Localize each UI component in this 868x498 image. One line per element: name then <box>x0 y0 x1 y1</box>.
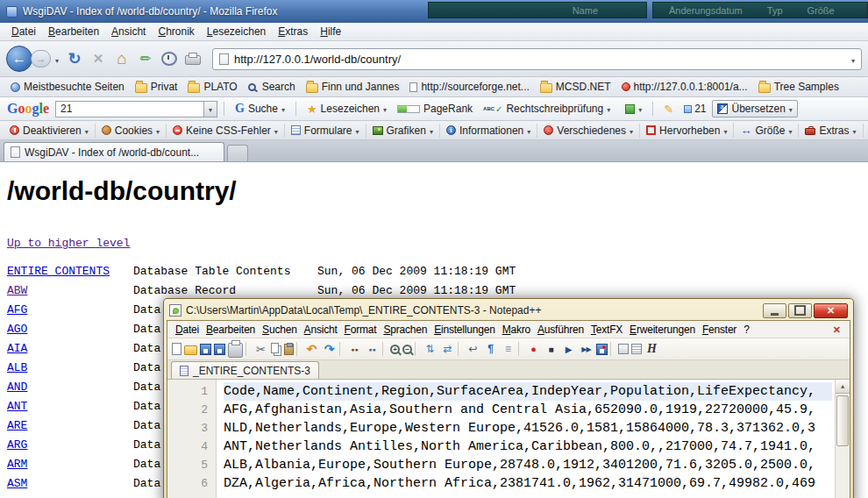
chevron-down-icon[interactable] <box>274 125 278 137</box>
search-value[interactable]: 21 <box>60 103 203 115</box>
close-document-x[interactable] <box>829 324 845 336</box>
google-search-input[interactable]: 21 <box>55 101 217 117</box>
menu-item[interactable]: Datei <box>172 324 203 336</box>
menu-item[interactable]: Ansicht <box>105 24 152 39</box>
stop-icon[interactable] <box>90 49 106 68</box>
replace-icon[interactable] <box>365 342 380 357</box>
wrap-icon[interactable] <box>466 342 480 357</box>
google-bookmarks-button[interactable]: Lesezeichen <box>302 101 391 117</box>
chevron-down-icon[interactable] <box>527 125 530 137</box>
home-icon[interactable] <box>114 49 130 68</box>
forward-button[interactable] <box>31 50 51 68</box>
new-tab-button[interactable] <box>227 145 248 161</box>
notepad-titlebar[interactable]: C:\Users\Martin\AppData\Local\Temp\_ENTI… <box>167 301 850 320</box>
menu-item[interactable]: Makro <box>499 324 534 336</box>
new-file-icon[interactable] <box>172 343 181 355</box>
menu-item[interactable]: Ausführen <box>534 324 587 336</box>
pagerank-indicator[interactable]: PageRank <box>397 103 473 115</box>
entry-link[interactable]: ABW <box>7 284 27 297</box>
entry-link[interactable]: ARM <box>7 458 27 471</box>
menu-item[interactable]: Sprachen <box>380 324 430 336</box>
back-button[interactable] <box>6 46 32 72</box>
bookmark-item[interactable]: Finn und Jannes <box>301 80 405 94</box>
chevron-down-icon[interactable] <box>723 125 727 137</box>
chevron-down-icon[interactable] <box>85 125 89 137</box>
undo-icon[interactable] <box>304 342 319 357</box>
entry-link[interactable]: ANT <box>7 400 27 413</box>
menu-item[interactable]: Suchen <box>259 324 301 336</box>
save-macro-icon[interactable] <box>596 344 608 355</box>
webdev-item[interactable]: Keine CSS-Fehler <box>166 124 284 138</box>
menu-item[interactable]: Format <box>341 324 381 336</box>
chevron-down-icon[interactable] <box>430 125 433 137</box>
scroll-up-button[interactable] <box>836 380 850 394</box>
webdev-item[interactable]: Cookies <box>95 124 166 138</box>
menu-item[interactable]: ? <box>740 324 752 336</box>
menu-item[interactable]: Datei <box>5 24 42 39</box>
chevron-down-icon[interactable] <box>789 103 793 115</box>
copy-icon[interactable] <box>271 343 279 353</box>
entry-link[interactable]: AFG <box>7 303 27 317</box>
chevron-down-icon[interactable] <box>281 103 285 115</box>
menu-item[interactable]: Chronik <box>152 24 200 39</box>
url-text[interactable]: http://127.0.0.1/world-db/country/ <box>234 53 846 66</box>
entry-link[interactable]: ARE <box>7 419 27 432</box>
highlighter-button[interactable] <box>659 101 678 117</box>
autofill-button[interactable] <box>621 101 646 117</box>
bookmark-item[interactable]: Privat <box>130 80 183 94</box>
menu-item[interactable]: Extras <box>272 24 314 39</box>
webdev-item[interactable]: Grafiken <box>366 124 439 138</box>
webdev-item[interactable]: Verschiedenes <box>537 124 639 138</box>
bookmark-item[interactable]: MCSD.NET <box>535 80 616 94</box>
webdev-item[interactable]: Informationen <box>439 124 537 138</box>
webdev-item[interactable]: Formulare <box>284 124 366 138</box>
menu-item[interactable]: Ansicht <box>301 324 341 336</box>
print-icon[interactable] <box>228 343 243 358</box>
sync-vertical-icon[interactable] <box>423 342 438 357</box>
webdev-item[interactable]: Deaktivieren <box>4 124 95 138</box>
doc-map-icon[interactable] <box>631 344 642 354</box>
zoom-out-icon[interactable] <box>402 345 412 354</box>
code-line[interactable]: DZA,Algeria,Africa,Northern Africa,23817… <box>224 474 832 493</box>
close-button[interactable] <box>814 303 848 318</box>
url-bar[interactable]: http://127.0.0.1/world-db/country/ <box>212 48 862 70</box>
code-line[interactable]: AFG,Afghanistan,Asia,Southern and Centra… <box>224 401 832 419</box>
url-dropdown-caret[interactable] <box>851 51 855 67</box>
bookmark-item[interactable]: PLATO <box>182 80 242 94</box>
scroll-thumb[interactable] <box>836 395 849 446</box>
html-icon[interactable] <box>644 342 659 357</box>
webdev-item[interactable]: Quelltext <box>863 124 868 138</box>
menu-item[interactable]: Hilfe <box>314 24 347 39</box>
code-line[interactable]: Code,Name,Continent,Region,SurfaceArea,I… <box>224 382 832 401</box>
chevron-down-icon[interactable] <box>630 125 633 137</box>
maximize-button[interactable] <box>788 303 812 318</box>
tab-wsgidav[interactable]: WsgiDAV - Index of /world-db/count... <box>4 142 224 161</box>
compose-icon[interactable] <box>138 49 153 68</box>
indent-guide-icon[interactable] <box>501 342 516 357</box>
menu-item[interactable]: Bearbeiten <box>203 324 259 336</box>
stop-macro-icon[interactable] <box>544 342 559 357</box>
sync-horizontal-icon[interactable] <box>440 342 455 357</box>
google-search-button[interactable]: Suche <box>231 100 289 117</box>
save-all-icon[interactable] <box>214 344 225 355</box>
find-icon[interactable] <box>347 342 362 357</box>
document-tab[interactable]: _ENTIRE_CONTENTS-3 <box>171 361 319 379</box>
webdev-item[interactable]: Größe <box>733 123 798 138</box>
open-folder-icon[interactable] <box>184 345 197 355</box>
menu-item[interactable]: Fenster <box>699 324 740 336</box>
cut-icon[interactable] <box>253 342 268 357</box>
bookmark-item[interactable]: http://sourceforge.net... <box>404 80 534 94</box>
entry-link[interactable]: ASM <box>7 477 27 490</box>
webdev-item[interactable]: Hervorheben <box>639 124 733 138</box>
reload-icon[interactable] <box>67 49 82 68</box>
translate-button[interactable]: Übersetzen <box>712 100 797 117</box>
paste-icon[interactable] <box>284 344 294 355</box>
menu-item[interactable]: Lesezeichen <box>201 24 272 39</box>
webdev-item[interactable]: Extras <box>798 124 862 138</box>
doc-switch-icon[interactable] <box>618 344 629 354</box>
entry-link[interactable]: AIA <box>7 342 27 355</box>
chevron-down-icon[interactable] <box>356 125 359 137</box>
entry-link[interactable]: ALB <box>7 361 27 374</box>
spellcheck-button[interactable]: Rechtschreibprüfung <box>479 101 615 117</box>
entry-link[interactable]: AND <box>7 381 27 394</box>
